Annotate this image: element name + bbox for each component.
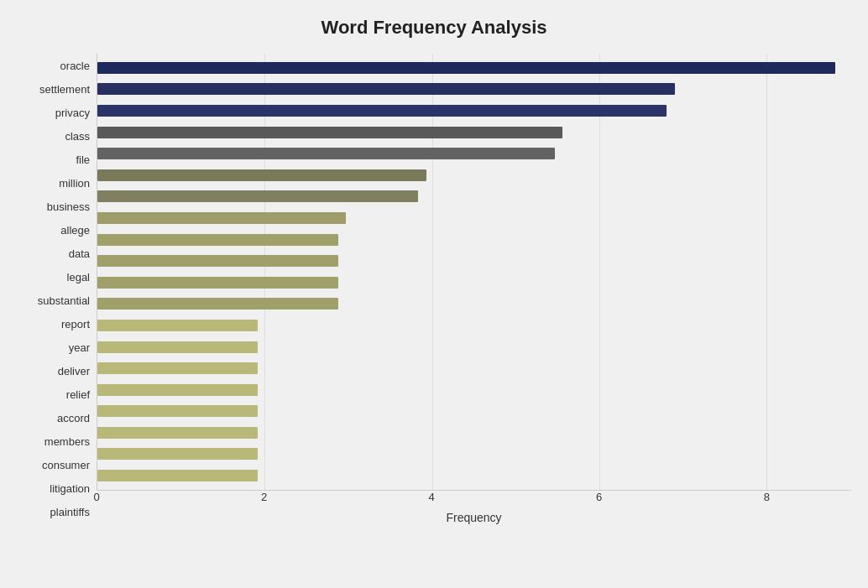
bar-row	[97, 315, 851, 336]
bar	[97, 405, 258, 417]
bar	[97, 448, 258, 460]
y-label: year	[69, 342, 90, 353]
y-label: class	[65, 131, 90, 142]
bars-and-xaxis: 02468 Frequency	[97, 54, 851, 524]
bar	[97, 234, 338, 246]
bar-row	[97, 186, 851, 208]
y-label: allege	[60, 225, 90, 236]
bar-row	[97, 122, 851, 143]
bar	[97, 277, 338, 289]
y-label: oracle	[60, 60, 90, 71]
y-label: plaintiffs	[50, 507, 90, 518]
bar	[97, 105, 667, 117]
y-label: accord	[57, 413, 90, 424]
bar	[97, 384, 258, 396]
bar	[97, 427, 258, 439]
chart-area: oraclesettlementprivacyclassfilemillionb…	[17, 54, 851, 524]
y-label: substantial	[38, 295, 90, 306]
bar-row	[97, 336, 851, 358]
x-tick: 2	[261, 491, 267, 503]
y-label: privacy	[55, 107, 90, 118]
bar-row	[97, 250, 851, 272]
bar	[97, 127, 562, 138]
bar	[97, 190, 418, 202]
bar	[97, 62, 835, 74]
bar-row	[97, 444, 851, 466]
x-tick: 8	[764, 491, 770, 503]
x-tick: 4	[429, 491, 435, 503]
bar-row	[97, 401, 851, 423]
bar-row	[97, 79, 851, 101]
bar	[97, 212, 346, 224]
bar-row	[97, 143, 851, 164]
bar	[97, 341, 258, 353]
bar-row	[97, 294, 851, 315]
bar	[97, 83, 675, 95]
y-label: consumer	[42, 460, 90, 471]
y-label: members	[44, 436, 90, 447]
y-axis: oraclesettlementprivacyclassfilemillionb…	[17, 54, 97, 524]
bar	[97, 298, 338, 310]
y-label: business	[47, 201, 90, 212]
y-label: litigation	[50, 483, 90, 494]
y-label: deliver	[58, 366, 90, 377]
bar-row	[97, 422, 851, 444]
bar	[97, 320, 258, 331]
x-axis-label: Frequency	[97, 511, 851, 524]
bar-row	[97, 100, 851, 122]
bar-row	[97, 57, 851, 79]
bar	[97, 470, 258, 481]
y-label: million	[59, 178, 90, 189]
y-label: data	[69, 248, 90, 259]
x-tick: 0	[93, 491, 99, 503]
bar-row	[97, 357, 851, 379]
bar-row	[97, 229, 851, 251]
y-label: settlement	[39, 84, 90, 95]
bar-row	[97, 379, 851, 401]
bar	[97, 255, 338, 267]
bar	[97, 362, 258, 374]
bar	[97, 169, 426, 181]
bar-row	[97, 207, 851, 229]
y-label: legal	[67, 272, 90, 283]
chart-title: Word Frequency Analysis	[17, 17, 851, 39]
bar-row	[97, 272, 851, 294]
bar-row	[97, 164, 851, 186]
bars-area	[97, 54, 851, 491]
x-axis: 02468 Frequency	[97, 491, 851, 524]
y-label: relief	[66, 389, 90, 400]
x-tick: 6	[596, 491, 602, 503]
bar	[97, 148, 555, 159]
y-label: report	[61, 319, 90, 330]
y-label: file	[76, 154, 90, 165]
chart-container: Word Frequency Analysis oraclesettlement…	[0, 0, 868, 588]
bar-row	[97, 465, 851, 487]
